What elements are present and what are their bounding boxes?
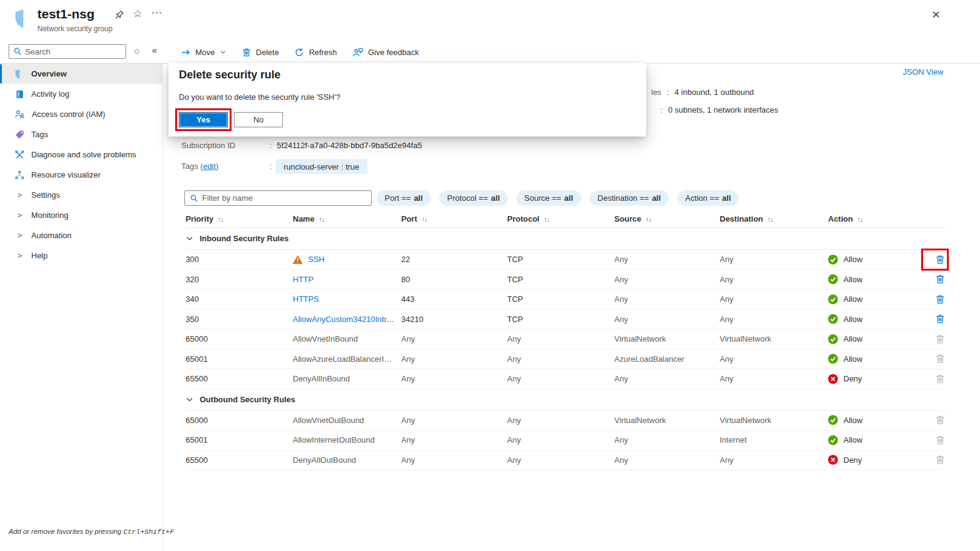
column-header-priority[interactable]: Priority ↑↓	[186, 214, 293, 223]
rule-priority: 65000	[186, 334, 293, 343]
pill-value: all	[414, 193, 423, 203]
chevron-down-icon	[220, 49, 226, 55]
sidebar-item-access-control[interactable]: Access control (IAM)	[0, 104, 162, 124]
refresh-icon	[295, 48, 304, 57]
sidebar-item-activity-log[interactable]: Activity log	[0, 84, 162, 104]
pin-icon[interactable]	[113, 10, 124, 21]
sidebar-item-diagnose[interactable]: Diagnose and solve problems	[0, 144, 162, 165]
column-header-port[interactable]: Port ↑↓	[401, 214, 507, 223]
azure-portal-nsg-page: { "colors": { "accent": "#0078d4", "allo…	[0, 0, 980, 551]
filter-by-name-input[interactable]	[202, 191, 369, 205]
tag-value-pill[interactable]: runcloud-server : true	[276, 159, 368, 174]
rule-priority: 340	[186, 294, 293, 304]
rule-source: Any	[614, 255, 720, 264]
pill-label: Destination ==	[598, 193, 649, 203]
tags-label-prefix: Tags (	[181, 162, 203, 171]
yes-button[interactable]: Yes	[179, 112, 228, 127]
tags-edit-link[interactable]: edit	[203, 162, 216, 171]
page-title: test1-nsg	[37, 7, 94, 21]
more-options-icon[interactable]: ⋯	[151, 6, 162, 19]
action-label: Allow	[843, 435, 862, 444]
filter-pill-port[interactable]: Port == all	[377, 190, 431, 206]
rule-source: Any	[614, 435, 720, 444]
column-label: Priority	[186, 214, 214, 223]
filter-pill-action[interactable]: Action == all	[677, 190, 739, 206]
colon: :	[270, 141, 272, 150]
table-row-https: 340 HTTPS 443 TCP Any Any Allow	[186, 290, 945, 310]
delete-rule-icon[interactable]	[935, 294, 945, 304]
outbound-section-header[interactable]: Outbound Security Rules	[186, 389, 945, 411]
filter-pill-protocol[interactable]: Protocol == all	[439, 190, 508, 206]
colon: :	[660, 105, 663, 114]
column-label: Destination	[720, 214, 763, 223]
column-header-destination[interactable]: Destination ↑↓	[720, 214, 828, 223]
rule-name-link[interactable]: AllowAnyCustom34210Inb…	[293, 315, 394, 324]
column-label: Port	[401, 214, 417, 223]
feedback-icon	[353, 48, 363, 57]
give-feedback-button[interactable]: Give feedback	[353, 48, 419, 57]
row-delete-cell	[935, 354, 945, 364]
sidebar-group-monitoring[interactable]: > Monitoring	[0, 205, 162, 225]
close-icon[interactable]: ✕	[932, 9, 940, 21]
rule-port: Any	[401, 334, 507, 343]
rule-port: Any	[401, 435, 507, 444]
rule-port: 22	[401, 255, 507, 264]
rule-destination: VirtualNetwork	[720, 416, 828, 425]
sidebar-group-settings[interactable]: > Settings	[0, 185, 162, 205]
inbound-section-header[interactable]: Inbound Security Rules	[186, 228, 945, 250]
json-view-link[interactable]: JSON View	[903, 67, 943, 77]
rules-count-value: 4 inbound, 1 outbound	[674, 88, 753, 97]
rule-port: Any	[401, 354, 507, 364]
filter-pill-source[interactable]: Source == all	[516, 190, 581, 206]
pill-value: all	[491, 193, 500, 203]
collapse-sidebar-icon[interactable]: «	[152, 45, 157, 55]
activity-log-icon	[15, 89, 24, 99]
refresh-button[interactable]: Refresh	[295, 48, 337, 57]
column-header-source[interactable]: Source ↑↓	[614, 214, 720, 223]
sidebar-item-overview[interactable]: Overview	[0, 64, 162, 84]
column-header-name[interactable]: Name ↑↓	[293, 214, 401, 223]
delete-rule-icon[interactable]	[935, 314, 945, 324]
search-icon	[13, 47, 22, 56]
column-header-protocol[interactable]: Protocol ↑↓	[507, 214, 614, 223]
delete-rule-icon[interactable]	[935, 255, 945, 264]
rule-action-cell: Allow	[828, 294, 935, 304]
sidebar-item-tags[interactable]: Tags	[0, 124, 162, 144]
rule-destination: Any	[720, 455, 828, 465]
no-button[interactable]: No	[234, 112, 283, 127]
action-label: Deny	[843, 455, 862, 465]
rule-priority: 65001	[186, 354, 293, 364]
action-label: Allow	[843, 416, 862, 425]
rule-name-link[interactable]: HTTPS	[293, 294, 319, 304]
row-delete-cell	[935, 314, 945, 324]
action-label: Allow	[843, 354, 862, 364]
filter-pill-destination[interactable]: Destination == all	[590, 190, 669, 206]
row-delete-cell	[935, 294, 945, 304]
sidebar-item-resource-visualizer[interactable]: Resource visualizer	[0, 165, 162, 185]
move-button[interactable]: Move	[181, 48, 226, 57]
delete-rule-icon[interactable]	[935, 274, 945, 284]
rule-name-link[interactable]: SSH	[308, 255, 325, 264]
rule-protocol: Any	[507, 334, 614, 343]
rule-name: AllowAzureLoadBalancerI…	[293, 354, 392, 364]
command-bar: Move Delete Refresh Give feedback	[181, 43, 419, 61]
delete-button[interactable]: Delete	[242, 48, 279, 57]
rule-protocol: Any	[507, 374, 614, 383]
colon: :	[667, 88, 669, 97]
column-header-action[interactable]: Action ↑↓	[828, 214, 935, 223]
sidebar-search-input[interactable]	[25, 45, 123, 58]
rule-priority: 320	[186, 275, 293, 284]
rule-name-cell: AllowVnetInBound	[293, 334, 401, 343]
delete-rule-icon-disabled	[935, 455, 945, 465]
section-title: Outbound Security Rules	[200, 395, 295, 404]
dialog-message: Do you want to delete the security rule …	[179, 92, 341, 102]
action-label: Deny	[843, 374, 862, 383]
diamond-icon[interactable]: ◇	[134, 47, 139, 55]
sidebar-item-label: Settings	[31, 190, 60, 200]
favorite-star-icon[interactable]: ☆	[133, 7, 142, 20]
sidebar-group-help[interactable]: > Help	[0, 246, 162, 266]
rule-name-link[interactable]: HTTP	[293, 275, 314, 284]
sidebar-group-automation[interactable]: > Automation	[0, 225, 162, 246]
table-row-http: 320 HTTP 80 TCP Any Any Allow	[186, 270, 945, 290]
pill-label: Source ==	[524, 193, 561, 203]
